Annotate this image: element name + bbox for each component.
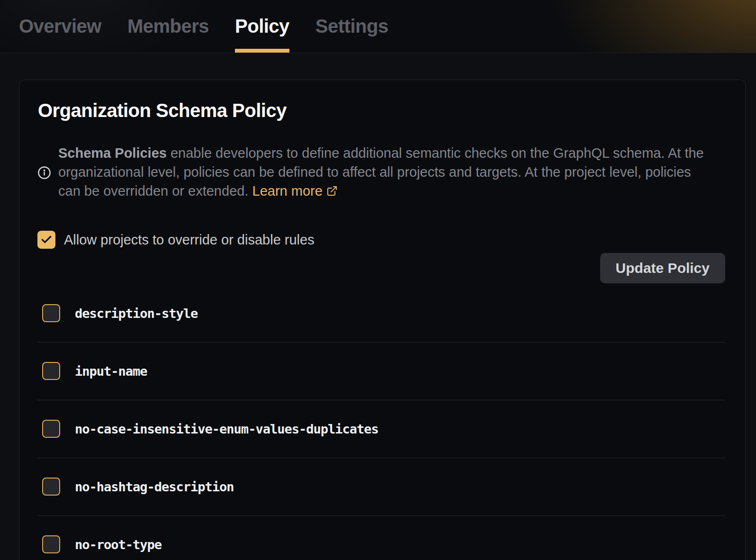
tab-overview[interactable]: Overview: [19, 0, 101, 53]
rule-name-label: no-case-insensitive-enum-values-duplicat…: [75, 422, 378, 436]
rule-row-description-style: description-style: [37, 285, 725, 343]
rule-name-label: no-hashtag-description: [75, 479, 234, 494]
rule-row-no-hashtag-description: no-hashtag-description: [37, 458, 725, 516]
allow-override-checkbox[interactable]: [37, 231, 55, 249]
tab-bar: Overview Members Policy Settings: [0, 0, 756, 53]
rule-checkbox[interactable]: [42, 304, 60, 322]
update-policy-button[interactable]: Update Policy: [600, 253, 725, 283]
rule-checkbox[interactable]: [42, 420, 60, 438]
rule-row-input-name: input-name: [37, 343, 725, 400]
external-link-icon: [326, 182, 338, 201]
rule-name-label: input-name: [75, 364, 147, 379]
rule-row-no-root-type: no-root-type: [37, 516, 725, 560]
rule-row-no-case-insensitive-enum-values-duplicates: no-case-insensitive-enum-values-duplicat…: [37, 400, 725, 458]
tab-policy[interactable]: Policy: [235, 0, 289, 53]
update-policy-row: Update Policy: [37, 253, 725, 283]
allow-override-label: Allow projects to override or disable ru…: [64, 232, 315, 248]
info-icon: [37, 166, 51, 180]
tab-members[interactable]: Members: [127, 0, 209, 53]
allow-override-row: Allow projects to override or disable ru…: [37, 231, 725, 249]
rule-name-label: no-root-type: [75, 537, 162, 552]
rule-name-label: description-style: [75, 306, 198, 321]
organization-policy-page: Overview Members Policy Settings Organiz…: [0, 0, 756, 560]
tab-settings[interactable]: Settings: [315, 0, 388, 53]
learn-more-link[interactable]: Learn more: [252, 183, 323, 199]
page-title: Organization Schema Policy: [38, 100, 725, 121]
description-lead: Schema Policies: [58, 145, 167, 161]
rule-checkbox[interactable]: [42, 362, 60, 380]
check-icon: [40, 234, 53, 246]
rule-checkbox[interactable]: [42, 535, 60, 553]
description-text: Schema Policies enable developers to def…: [58, 144, 708, 201]
schema-policy-card: Organization Schema Policy Schema Polici…: [19, 80, 746, 560]
rule-checkbox[interactable]: [42, 478, 60, 496]
policy-rules-list: description-style input-name no-case-ins…: [37, 285, 725, 560]
policy-description: Schema Policies enable developers to def…: [37, 130, 725, 215]
